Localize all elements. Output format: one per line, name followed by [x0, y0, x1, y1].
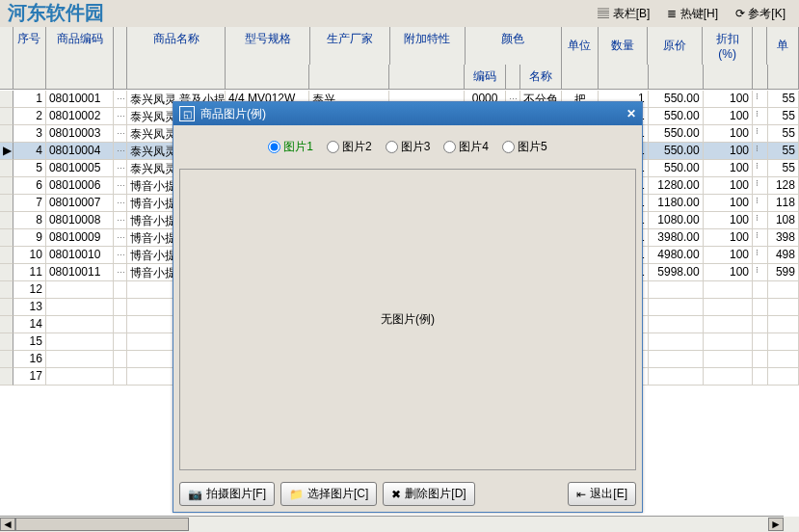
grid-icon: ▤ [598, 7, 609, 20]
image-tabs: 图片1图片2图片3图片4图片5 [173, 125, 642, 169]
shoot-button[interactable]: 📷拍摄图片[F] [179, 482, 275, 506]
image-radio-2[interactable]: 图片2 [327, 139, 372, 155]
col-name[interactable]: 商品名称 [127, 27, 226, 65]
keyboard-icon: ≣ [667, 7, 677, 20]
folder-plus-icon: 📁 [289, 488, 304, 501]
scroll-corner [784, 517, 799, 532]
top-toolbar: ▤ 表栏[B] ≣ 热键[H] ⟳ 参考[K] [0, 0, 799, 29]
exit-icon: ⇤ [576, 488, 586, 501]
col-attr[interactable]: 附加特性 [390, 27, 466, 65]
scroll-left-icon[interactable]: ◄ [0, 518, 15, 531]
image-canvas: 无图片(例) [179, 169, 636, 470]
dialog-titlebar[interactable]: ◱ 商品图片(例) ✕ [173, 102, 642, 125]
dialog-icon: ◱ [179, 106, 195, 121]
scroll-right-icon[interactable]: ► [768, 518, 784, 531]
col-qty[interactable]: 数量 [599, 27, 648, 65]
col-unit[interactable]: 单位 [562, 27, 599, 65]
refresh-icon: ⟳ [735, 7, 745, 20]
toolbar-cankao[interactable]: ⟳ 参考[K] [735, 6, 786, 22]
scroll-thumb[interactable] [15, 518, 189, 531]
col-disc[interactable]: 折扣(%) [703, 27, 752, 65]
image-radio-1[interactable]: 图片1 [268, 139, 313, 155]
image-radio-4[interactable]: 图片4 [443, 139, 489, 155]
dialog-title: 商品图片(例) [200, 106, 266, 122]
toolbar-rejian[interactable]: ≣ 热键[H] [667, 6, 718, 22]
image-radio-3[interactable]: 图片3 [386, 139, 431, 155]
image-radio-5[interactable]: 图片5 [502, 139, 547, 155]
delete-icon: ✖ [391, 488, 401, 501]
pick-button[interactable]: 📁选择图片[C] [280, 482, 377, 506]
exit-button[interactable]: ⇤退出[E] [568, 482, 636, 506]
col-spec[interactable]: 型号规格 [226, 27, 309, 65]
col-price[interactable]: 原价 [648, 27, 703, 65]
dialog-close-button[interactable]: ✕ [626, 107, 636, 120]
horizontal-scrollbar[interactable]: ◄ ► [0, 516, 784, 532]
grid-header-row2: 编码名称 [0, 65, 799, 90]
delete-button[interactable]: ✖删除图片[D] [383, 482, 474, 506]
col-dan[interactable]: 单 [767, 27, 799, 65]
camera-icon: 📷 [188, 488, 202, 501]
image-dialog: ◱ 商品图片(例) ✕ 图片1图片2图片3图片4图片5 无图片(例) 📷拍摄图片… [173, 101, 643, 513]
col-code[interactable]: 商品编码 [46, 27, 114, 65]
col-xuhao[interactable]: 序号 [13, 27, 46, 65]
watermark-logo: 河东软件园 www.pc0359.cn [8, 0, 104, 26]
no-image-label: 无图片(例) [381, 311, 435, 328]
col-maker[interactable]: 生产厂家 [310, 27, 390, 65]
toolbar-biaolan[interactable]: ▤ 表栏[B] [598, 6, 650, 22]
grid-header-row1: 序号 商品编码 商品名称 型号规格 生产厂家 附加特性 颜色 单位 数量 原价 … [0, 27, 799, 66]
col-color[interactable]: 颜色 [466, 27, 562, 65]
